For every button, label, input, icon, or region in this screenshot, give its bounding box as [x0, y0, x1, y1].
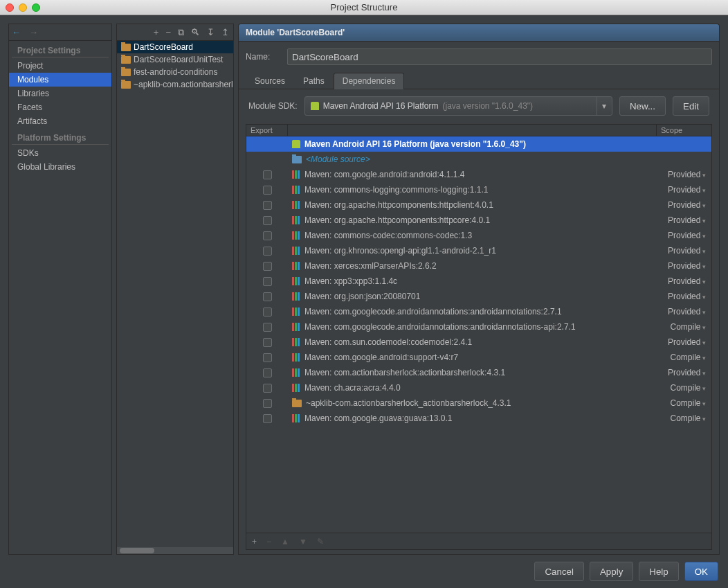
module-row[interactable]: fest-android-conditions [117, 66, 233, 78]
dep-scope-cell[interactable]: Provided [656, 261, 711, 271]
nav-item-facets[interactable]: Facets [9, 100, 111, 114]
dep-scope-cell[interactable]: Provided [656, 307, 711, 317]
col-export[interactable]: Export [246, 125, 288, 136]
dep-scope-cell[interactable]: Compile [656, 353, 711, 362]
module-row[interactable]: ~apklib-com.actionbarsherlock_actionbars… [117, 78, 233, 91]
cancel-button[interactable]: Cancel [534, 562, 584, 581]
export-checkbox[interactable] [263, 186, 272, 195]
scope-dropdown[interactable]: Provided [668, 215, 706, 225]
module-row[interactable]: DartScoreBoard [117, 41, 233, 53]
dep-scope-cell[interactable]: Provided [656, 170, 711, 179]
scope-dropdown[interactable]: Provided [668, 307, 706, 317]
dep-scope-cell[interactable]: Provided [656, 337, 711, 347]
dep-scope-cell[interactable]: Provided [656, 215, 711, 225]
dep-up-icon[interactable]: ▲ [281, 537, 289, 546]
dep-scope-cell[interactable]: Provided [656, 292, 711, 301]
apply-button[interactable]: Apply [590, 562, 633, 581]
tab-paths[interactable]: Paths [294, 73, 334, 89]
scope-dropdown[interactable]: Provided [668, 231, 706, 240]
dep-row[interactable]: ~apklib-com.actionbarsherlock_actionbars… [246, 395, 711, 411]
nav-item-sdks[interactable]: SDKs [9, 146, 111, 160]
scope-dropdown[interactable]: Compile [670, 353, 706, 362]
ok-button[interactable]: OK [684, 562, 718, 581]
copy-icon[interactable]: ⧉ [178, 27, 184, 38]
sdk-dropdown[interactable]: Maven Android API 16 Platform (java vers… [304, 96, 612, 116]
forward-icon[interactable]: → [29, 27, 38, 37]
dep-row[interactable]: Maven: com.sun.codemodel:codemodel:2.4.1… [246, 335, 711, 350]
scope-dropdown[interactable]: Provided [668, 246, 706, 256]
scope-dropdown[interactable]: Provided [668, 276, 706, 286]
export-checkbox[interactable] [263, 216, 272, 225]
search-icon[interactable]: 🔍︎ [191, 27, 200, 37]
dep-row[interactable]: Maven: xerces:xmlParserAPIs:2.6.2Provide… [246, 258, 711, 274]
dep-scope-cell[interactable]: Provided [656, 200, 711, 210]
dep-scope-cell[interactable]: Provided [656, 231, 711, 240]
export-checkbox[interactable] [263, 338, 272, 347]
scope-dropdown[interactable]: Provided [668, 170, 706, 179]
edit-sdk-button[interactable]: Edit [673, 96, 709, 116]
add-icon[interactable]: + [154, 27, 159, 37]
dep-scope-cell[interactable]: Provided [656, 368, 711, 377]
export-checkbox[interactable] [263, 262, 272, 271]
expand-icon[interactable]: ↧ [207, 27, 215, 37]
scope-dropdown[interactable]: Compile [670, 322, 706, 332]
chevron-down-icon[interactable]: ▾ [597, 97, 612, 115]
dep-row[interactable]: Maven: com.googlecode.androidannotations… [246, 304, 711, 319]
module-name-field[interactable] [287, 48, 712, 65]
nav-item-artifacts[interactable]: Artifacts [9, 114, 111, 128]
export-checkbox[interactable] [263, 353, 272, 362]
export-checkbox[interactable] [263, 368, 272, 377]
dep-row[interactable]: Maven: org.apache.httpcomponents:httpcor… [246, 213, 711, 228]
nav-item-modules[interactable]: Modules [9, 73, 111, 87]
module-row[interactable]: DartScoreBoardUnitTest [117, 53, 233, 66]
dep-row[interactable]: Maven: commons-codec:commons-codec:1.3Pr… [246, 228, 711, 243]
dep-row[interactable]: Maven: commons-logging:commons-logging:1… [246, 182, 711, 197]
dep-row[interactable]: Maven: com.google.android:support-v4:r7C… [246, 350, 711, 365]
dep-row[interactable]: Maven: org.json:json:20080701Provided [246, 289, 711, 304]
remove-icon[interactable]: − [165, 27, 171, 37]
back-icon[interactable]: ← [12, 27, 21, 37]
dep-edit-icon[interactable]: ✎ [317, 537, 324, 546]
tab-dependencies[interactable]: Dependencies [334, 73, 405, 89]
export-checkbox[interactable] [263, 384, 272, 393]
dep-row[interactable]: Maven: ch.acra:acra:4.4.0Compile [246, 380, 711, 395]
dep-scope-cell[interactable]: Compile [656, 398, 711, 408]
nav-item-project[interactable]: Project [9, 59, 111, 73]
dep-row[interactable]: Maven: org.khronos:opengl-api:gl1.1-andr… [246, 243, 711, 258]
collapse-icon[interactable]: ↥ [221, 27, 229, 37]
export-checkbox[interactable] [263, 292, 272, 301]
dep-scope-cell[interactable]: Provided [656, 246, 711, 256]
export-checkbox[interactable] [263, 277, 272, 286]
scope-dropdown[interactable]: Provided [668, 261, 706, 271]
scope-dropdown[interactable]: Provided [668, 185, 706, 195]
dep-remove-icon[interactable]: − [266, 537, 271, 546]
export-checkbox[interactable] [263, 323, 272, 332]
export-checkbox[interactable] [263, 414, 272, 423]
export-checkbox[interactable] [263, 170, 272, 179]
export-checkbox[interactable] [263, 201, 272, 210]
scope-dropdown[interactable]: Compile [670, 398, 706, 408]
module-scrollbar[interactable] [117, 547, 233, 554]
help-button[interactable]: Help [639, 562, 678, 581]
scope-dropdown[interactable]: Provided [668, 337, 706, 347]
dep-scope-cell[interactable]: Provided [656, 276, 711, 286]
nav-item-global-libraries[interactable]: Global Libraries [9, 160, 111, 174]
export-checkbox[interactable] [263, 231, 272, 240]
col-scope[interactable]: Scope [656, 125, 711, 136]
dep-row[interactable]: Maven: com.google.android:android:4.1.1.… [246, 167, 711, 182]
scope-dropdown[interactable]: Provided [668, 292, 706, 301]
dep-add-icon[interactable]: + [252, 537, 257, 546]
export-checkbox[interactable] [263, 247, 272, 256]
tab-sources[interactable]: Sources [246, 73, 294, 89]
module-list[interactable]: DartScoreBoardDartScoreBoardUnitTestfest… [117, 41, 233, 547]
dep-scope-cell[interactable]: Provided [656, 185, 711, 195]
nav-item-libraries[interactable]: Libraries [9, 87, 111, 100]
new-sdk-button[interactable]: New... [619, 96, 666, 116]
dep-row[interactable]: Maven: com.google.guava:guava:13.0.1Comp… [246, 411, 711, 426]
dep-row[interactable]: Maven Android API 16 Platform (java vers… [246, 136, 711, 152]
scope-dropdown[interactable]: Compile [670, 413, 706, 423]
dep-row[interactable]: Maven: xpp3:xpp3:1.1.4cProvided [246, 274, 711, 289]
dep-row[interactable]: Maven: org.apache.httpcomponents:httpcli… [246, 197, 711, 213]
dep-scope-cell[interactable]: Compile [656, 383, 711, 393]
scope-dropdown[interactable]: Compile [670, 383, 706, 393]
